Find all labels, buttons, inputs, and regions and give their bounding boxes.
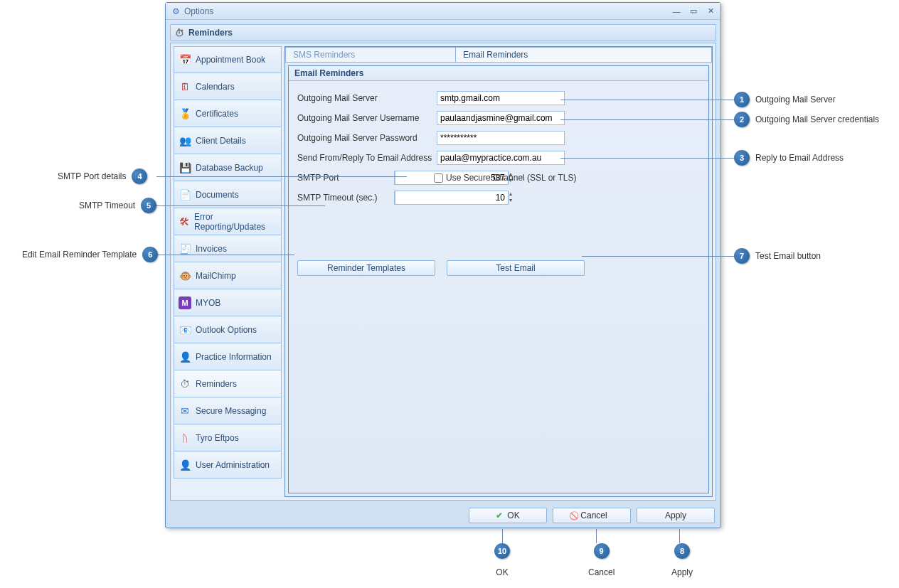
badge-10: 10 — [494, 543, 510, 559]
maximize-button[interactable]: ▭ — [688, 6, 699, 16]
label-username: Outgoing Mail Server Username — [297, 113, 437, 123]
callout-3: 3 Reply to Email Address — [734, 150, 849, 166]
input-port[interactable]: ▴▾ — [394, 171, 424, 185]
outlook-icon: 📧 — [179, 324, 191, 336]
minimize-button[interactable]: — — [671, 6, 682, 16]
ok-button[interactable]: ✔ OK — [469, 508, 547, 523]
body-container: 📅Appointment Book🗓Calendars🏅Certificates… — [170, 43, 716, 501]
badge-2: 2 — [734, 112, 750, 127]
sidebar-item-label: Database Backup — [196, 163, 263, 173]
sidebar-item-outlook-options[interactable]: 📧Outlook Options — [174, 316, 282, 343]
titlebar: ⚙ Options — ▭ ✕ — [166, 3, 720, 20]
label-port: SMTP Port — [297, 173, 394, 183]
sidebar-item-database-backup[interactable]: 💾Database Backup — [174, 154, 282, 181]
leader-line — [156, 255, 294, 255]
label-from: Send From/Reply To Email Address — [297, 153, 437, 163]
sidebar-item-reminders[interactable]: ⏱Reminders — [174, 370, 282, 397]
leader-line — [560, 119, 735, 120]
button-reminder-templates[interactable]: Reminder Templates — [297, 260, 435, 276]
panel-title: Email Reminders — [289, 66, 708, 81]
input-from[interactable] — [437, 151, 565, 165]
sidebar-item-label: Reminders — [196, 379, 237, 389]
badge-8: 8 — [674, 543, 690, 559]
leader-line — [679, 529, 680, 543]
database-icon: 💾 — [179, 161, 191, 174]
sidebar-item-label: MailChimp — [196, 271, 236, 281]
error-icon: 🛠 — [179, 215, 190, 228]
sidebar-item-calendars[interactable]: 🗓Calendars — [174, 73, 282, 100]
mailchimp-icon: 🐵 — [179, 269, 191, 282]
tab-row: SMS Reminders Email Reminders — [285, 47, 712, 63]
sidebar-item-myob[interactable]: MMYOB — [174, 289, 282, 316]
callout-2: 2 Outgoing Mail Server credentials — [734, 112, 885, 127]
sidebar-item-label: Secure Messaging — [196, 406, 266, 416]
sidebar-item-invoices[interactable]: 🧾Invoices — [174, 235, 282, 262]
sidebar-item-label: Error Reporting/Updates — [194, 212, 277, 232]
callout-5: 5 SMTP Timeout — [73, 198, 156, 213]
sidebar-item-label: Documents — [196, 190, 239, 200]
input-timeout[interactable]: ▴▾ — [394, 191, 424, 205]
callout-7: 7 Test Email button — [734, 248, 826, 264]
calendars-icon: 🗓 — [179, 80, 191, 93]
sidebar-item-client-details[interactable]: 👥Client Details — [174, 127, 282, 154]
badge-3: 3 — [734, 150, 750, 166]
sidebar-item-user-administration[interactable]: 👤User Administration — [174, 451, 282, 479]
close-button[interactable]: ✕ — [705, 6, 716, 16]
input-server[interactable] — [437, 91, 565, 105]
appointment-icon: 📅 — [179, 53, 191, 66]
callout-4: 4 SMTP Port details — [52, 169, 147, 184]
sidebar-item-label: MYOB — [196, 298, 220, 308]
sidebar-item-label: Certificates — [196, 109, 238, 119]
secure-icon: ✉ — [179, 405, 191, 417]
sidebar-item-label: Invoices — [196, 244, 227, 254]
spin-down-icon[interactable]: ▾ — [509, 198, 512, 204]
user-icon: 👤 — [179, 459, 191, 471]
check-icon: ✔ — [496, 511, 503, 520]
sidebar-item-label: Calendars — [196, 82, 235, 92]
email-reminders-panel: Email Reminders Outgoing Mail Server Out… — [288, 65, 709, 493]
documents-icon: 📄 — [179, 188, 191, 201]
leader-line — [560, 158, 735, 159]
callout-8: 8 Apply — [671, 543, 693, 577]
client-icon: 👥 — [179, 134, 191, 147]
tab-email-reminders[interactable]: Email Reminders — [456, 47, 712, 63]
leader-line — [156, 205, 325, 206]
sidebar-item-label: Tyro Eftpos — [196, 433, 239, 443]
tab-sms-reminders[interactable]: SMS Reminders — [285, 47, 456, 63]
cancel-button[interactable]: ⃠ Cancel — [553, 508, 631, 523]
sidebar-item-practice-information[interactable]: 👤Practice Information — [174, 343, 282, 370]
section-title: Reminders — [188, 28, 233, 38]
label-timeout: SMTP Timeout (sec.) — [297, 193, 394, 203]
invoices-icon: 🧾 — [179, 242, 191, 255]
clock-icon: ⏱ — [175, 28, 184, 38]
apply-button[interactable]: Apply — [637, 508, 715, 523]
leader-line — [560, 100, 735, 100]
button-test-email[interactable]: Test Email — [447, 260, 585, 276]
input-password[interactable] — [437, 131, 565, 145]
callout-1: 1 Outgoing Mail Server — [734, 92, 841, 107]
sidebar-item-certificates[interactable]: 🏅Certificates — [174, 100, 282, 127]
sidebar-item-documents[interactable]: 📄Documents — [174, 181, 282, 208]
sidebar-item-secure-messaging[interactable]: ✉Secure Messaging — [174, 397, 282, 424]
badge-7: 7 — [734, 248, 750, 264]
tyro-icon: ᚢ — [179, 432, 191, 444]
label-password: Outgoing Mail Server Password — [297, 133, 437, 143]
certificates-icon: 🏅 — [179, 107, 191, 120]
badge-6: 6 — [142, 247, 158, 262]
callout-10: 10 OK — [494, 543, 510, 577]
sidebar-item-appointment-book[interactable]: 📅Appointment Book — [174, 46, 282, 73]
label-ssl: Use Secure Channel (SSL or TLS) — [446, 173, 576, 183]
sidebar: 📅Appointment Book🗓Calendars🏅Certificates… — [174, 46, 282, 497]
input-username[interactable] — [437, 111, 565, 125]
sidebar-item-label: Practice Information — [196, 352, 272, 362]
sidebar-item-label: Client Details — [196, 136, 246, 146]
sidebar-item-tyro-eftpos[interactable]: ᚢTyro Eftpos — [174, 424, 282, 451]
checkbox-ssl[interactable] — [434, 173, 443, 183]
sidebar-item-label: Appointment Book — [196, 55, 265, 65]
leader-line — [596, 529, 597, 543]
sidebar-item-mailchimp[interactable]: 🐵MailChimp — [174, 262, 282, 289]
app-icon: ⚙ — [170, 6, 181, 17]
leader-line — [582, 256, 735, 257]
badge-1: 1 — [734, 92, 750, 107]
sidebar-item-error-reporting-updates[interactable]: 🛠Error Reporting/Updates — [174, 208, 282, 235]
